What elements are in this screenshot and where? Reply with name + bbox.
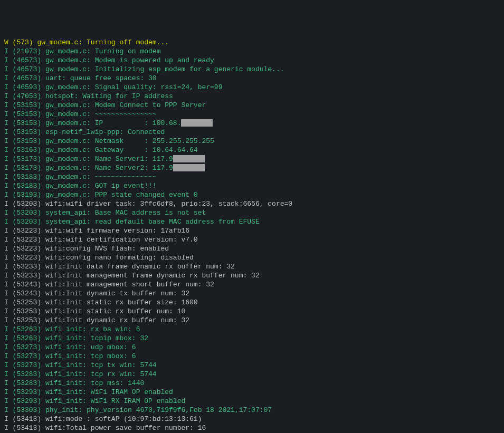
log-line: I (53263) wifi_init: tcpip mbox: 32 xyxy=(4,334,500,343)
redacted-block xyxy=(173,164,205,171)
log-line: I (53273) wifi_init: tcp mbox: 6 xyxy=(4,352,500,361)
log-line: I (53273) wifi_init: udp mbox: 6 xyxy=(4,343,500,352)
log-line: I (53253) wifi:Init static rx buffer num… xyxy=(4,307,500,316)
log-line: I (53293) wifi_init: WiFi RX IRAM OP ena… xyxy=(4,397,500,406)
log-line: I (53283) wifi_init: tcp mss: 1440 xyxy=(4,379,500,388)
log-line: I (53293) wifi_init: WiFi IRAM OP enable… xyxy=(4,388,500,397)
log-line: I (53153) esp-netif_lwip-ppp: Connected xyxy=(4,128,500,137)
log-line: I (53203) wifi:wifi driver task: 3ffc6df… xyxy=(4,199,500,208)
log-line: I (53243) wifi:Init management short buf… xyxy=(4,280,500,289)
log-line: I (46573) gw_modem.c: Modem is powered u… xyxy=(4,56,500,65)
log-line: I (53173) gw_modem.c: Name Server2: 117.… xyxy=(4,163,500,172)
log-line: I (53153) gw_modem.c: Modem Connect to P… xyxy=(4,101,500,110)
log-line: I (53193) gw_modem.c: PPP state changed … xyxy=(4,190,500,199)
log-line: I (53283) wifi_init: tcp rx win: 5744 xyxy=(4,370,500,379)
log-line: I (53203) system_api: Base MAC address i… xyxy=(4,208,500,217)
log-line: W (573) gw_modem.c: Turning off modem... xyxy=(4,38,500,47)
log-line: I (21073) gw_modem.c: Turning on modem xyxy=(4,47,500,56)
log-line: I (53263) wifi_init: rx ba win: 6 xyxy=(4,325,500,334)
log-line: I (53233) wifi:Init data frame dynamic r… xyxy=(4,262,500,271)
log-line: I (53173) gw_modem.c: Name Server1: 117.… xyxy=(4,155,500,163)
log-line: I (53153) gw_modem.c: IP : 100.68. xyxy=(4,119,500,128)
log-line: I (53413) wifi:Total power save buffer n… xyxy=(4,424,500,432)
log-line: I (53273) wifi_init: tcp tx win: 5744 xyxy=(4,361,500,370)
redacted-block xyxy=(181,119,213,127)
log-line: I (53153) gw_modem.c: Netmask : 255.255.… xyxy=(4,137,500,146)
log-line: I (53223) wifi:config nano formating: di… xyxy=(4,253,500,262)
log-line: I (53253) wifi:Init static rx buffer siz… xyxy=(4,298,500,307)
log-line: I (53223) wifi:wifi firmware version: 17… xyxy=(4,226,500,235)
terminal-log-output: W (573) gw_modem.c: Turning off modem...… xyxy=(4,38,500,433)
log-line: I (53303) phy_init: phy_version 4670,719… xyxy=(4,406,500,415)
log-line: I (53223) wifi:config NVS flash: enabled xyxy=(4,244,500,253)
log-line: I (53233) wifi:Init management frame dyn… xyxy=(4,271,500,280)
log-line: I (53183) gw_modem.c: ~~~~~~~~~~~~~~~ xyxy=(4,172,500,181)
log-line: I (47053) hotspot: Waiting for IP addres… xyxy=(4,92,500,101)
redacted-block xyxy=(173,155,205,162)
log-line: I (53413) wifi:mode : softAP (10:97:bd:1… xyxy=(4,415,500,424)
log-line: I (46573) gw_modem.c: Initializing esp_m… xyxy=(4,65,500,74)
log-line: I (53163) gw_modem.c: Gateway : 10.64.64… xyxy=(4,146,500,155)
log-line: I (53183) gw_modem.c: GOT ip event!!! xyxy=(4,181,500,190)
log-line: I (53243) wifi:Init dynamic tx buffer nu… xyxy=(4,289,500,298)
log-line: I (46573) uart: queue free spaces: 30 xyxy=(4,74,500,83)
log-line: I (53203) system_api: read default base … xyxy=(4,217,500,226)
log-line: I (46593) gw_modem.c: Signal quality: rs… xyxy=(4,83,500,92)
log-line: I (53153) gw_modem.c: ~~~~~~~~~~~~~~~ xyxy=(4,110,500,119)
log-line: I (53223) wifi:wifi certification versio… xyxy=(4,235,500,244)
log-line: I (53253) wifi:Init dynamic rx buffer nu… xyxy=(4,316,500,325)
